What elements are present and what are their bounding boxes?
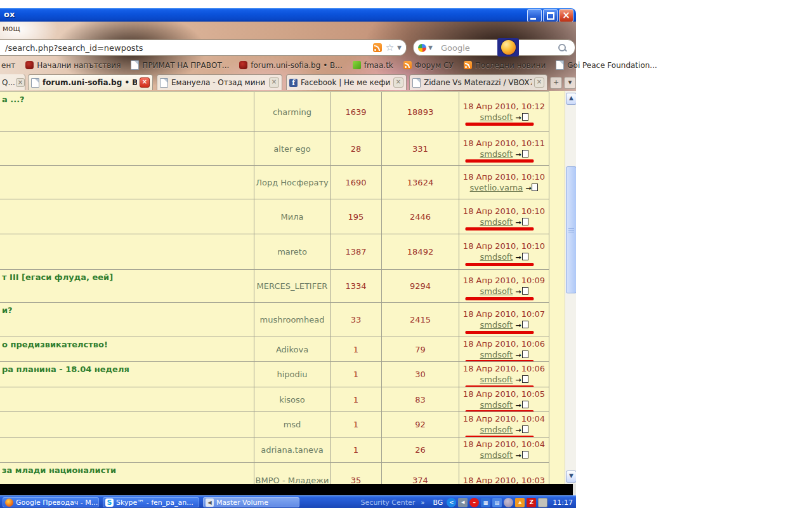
last-poster-link[interactable]: smdsoft (480, 400, 513, 410)
author-link[interactable]: Лорд Носферату (254, 166, 331, 199)
tab[interactable]: Zidane Vs Materazzi / VBOX7 × (409, 74, 547, 90)
scroll-down-icon[interactable]: ▼ (566, 471, 576, 483)
language-indicator[interactable]: BG (433, 498, 443, 507)
taskbar-button[interactable]: S Skype™ - fen_pa_an... (103, 497, 199, 507)
topic-title-link[interactable] (0, 387, 254, 411)
url-text[interactable]: /search.php?search_id=newposts (0, 43, 373, 53)
url-bar[interactable]: /search.php?search_id=newposts ☆ ▼ (0, 39, 407, 56)
author-link[interactable]: mareto (254, 234, 331, 269)
goto-post-page-icon[interactable] (522, 351, 528, 358)
tray-chevron-icon[interactable]: » (421, 499, 424, 506)
java-icon[interactable] (515, 498, 525, 507)
tray-volume-icon[interactable] (458, 498, 468, 507)
bookmark-item[interactable]: forum.uni-sofia.bg • В... (239, 61, 342, 70)
topic-title-link[interactable]: за млади националисти (0, 463, 254, 484)
goto-post-arrow-icon[interactable]: → (515, 114, 521, 122)
lan-icon[interactable] (492, 498, 502, 507)
goto-post-page-icon[interactable] (522, 150, 528, 157)
tab[interactable]: forum.uni-sofia.bg • Виж... × (28, 74, 153, 90)
goto-post-page-icon[interactable] (522, 287, 528, 295)
goto-post-arrow-icon[interactable]: → (515, 426, 521, 434)
vertical-scrollbar[interactable]: ▲ ▼ (565, 91, 576, 484)
goto-post-page-icon[interactable] (532, 184, 538, 191)
bookmark-item[interactable]: fmaa.tk (353, 61, 393, 70)
close-button[interactable] (559, 9, 573, 22)
goto-post-arrow-icon[interactable]: → (515, 351, 521, 359)
goto-post-page-icon[interactable] (522, 401, 528, 408)
topic-title-link[interactable]: а ...? (0, 92, 254, 131)
new-tab-button[interactable]: + (550, 77, 562, 89)
goto-post-page-icon[interactable] (522, 218, 528, 225)
bookmark-fragment[interactable]: ент (1, 61, 15, 70)
author-link[interactable]: mushroomhead (254, 303, 331, 337)
bookmark-item[interactable]: Начални напътствия (25, 61, 121, 70)
rss-icon[interactable] (373, 43, 382, 52)
author-link[interactable]: alter ego (254, 132, 331, 165)
tab-partial[interactable]: Q... × (0, 74, 25, 90)
tab[interactable]: Емануела - Отзад мини ( оф... × (157, 74, 282, 90)
tab-close-icon[interactable]: × (534, 77, 544, 88)
topic-title-link[interactable]: о предизвикателство! (0, 337, 254, 361)
topic-title-link[interactable] (0, 234, 254, 269)
last-poster-link[interactable]: smdsoft (480, 286, 513, 296)
zonealarm-icon[interactable] (527, 498, 536, 507)
last-poster-link[interactable]: smdsoft (480, 252, 513, 262)
topic-title-link[interactable] (0, 166, 254, 199)
taskbar-button[interactable]: Google Преводач - M... (3, 497, 99, 507)
author-link[interactable]: Adikova (254, 337, 331, 361)
author-link[interactable]: msd (254, 412, 331, 437)
author-link[interactable]: hipodiu (254, 362, 331, 387)
topic-title-link[interactable] (0, 438, 254, 462)
bookmark-item[interactable]: Форум СУ (403, 61, 454, 70)
list-tabs-icon[interactable]: ▾ (564, 77, 576, 89)
topic-title-link[interactable] (0, 412, 254, 437)
goto-post-arrow-icon[interactable]: → (515, 253, 521, 262)
last-poster-link[interactable]: smdsoft (480, 425, 513, 434)
author-link[interactable]: charming (254, 92, 331, 131)
tray-generic-icon[interactable] (538, 498, 547, 507)
goto-post-arrow-icon[interactable]: → (515, 451, 521, 460)
scroll-up-icon[interactable]: ▲ (566, 93, 576, 105)
author-link[interactable]: kisoso (254, 387, 331, 411)
window-titlebar[interactable]: ox (0, 8, 576, 22)
blocked-icon[interactable] (469, 498, 479, 507)
last-poster-link[interactable]: smdsoft (480, 149, 513, 159)
goto-post-arrow-icon[interactable]: → (515, 376, 521, 384)
goto-post-page-icon[interactable] (522, 113, 528, 121)
topic-title-link[interactable] (0, 132, 254, 165)
author-link[interactable]: adriana.taneva (254, 438, 331, 462)
search-engine-dropdown-icon[interactable]: ▼ (428, 44, 433, 51)
author-link[interactable]: MERCES_LETIFER (254, 270, 331, 302)
author-link[interactable]: ВМРО - Младежи (254, 463, 331, 484)
bookmark-item[interactable]: ПРИМАТ НА ПРАВОТ... (131, 60, 229, 70)
search-icon[interactable] (558, 44, 566, 51)
bookmarks-overflow-icon[interactable]: » (569, 61, 573, 70)
goto-post-arrow-icon[interactable]: → (515, 218, 521, 227)
topic-title-link[interactable]: и? (0, 303, 254, 337)
media-icon[interactable] (504, 498, 513, 507)
tab-close-icon[interactable]: × (140, 77, 150, 88)
search-bar[interactable]: ▼ Google (413, 39, 575, 56)
topic-title-link[interactable] (0, 199, 254, 234)
last-poster-link[interactable]: svetlio.varna (470, 183, 523, 192)
goto-post-page-icon[interactable] (522, 253, 528, 260)
restore-button[interactable] (543, 9, 558, 22)
topic-title-link[interactable]: ра планина - 18.04 неделя (0, 362, 254, 387)
last-poster-link[interactable]: smdsoft (480, 375, 513, 384)
goto-post-arrow-icon[interactable]: → (515, 150, 521, 159)
network-icon[interactable] (481, 498, 490, 507)
tab-close-icon[interactable]: × (16, 78, 25, 87)
topic-title-link[interactable]: т III [егаси флуда, еей] (0, 270, 254, 302)
goto-post-arrow-icon[interactable]: → (515, 288, 521, 296)
author-link[interactable]: Мила (254, 199, 331, 234)
messenger-icon[interactable] (447, 498, 456, 507)
goto-post-arrow-icon[interactable]: → (515, 321, 521, 330)
goto-post-arrow-icon[interactable]: → (515, 401, 521, 410)
goto-post-page-icon[interactable] (522, 375, 528, 383)
last-poster-link[interactable]: smdsoft (480, 112, 513, 122)
goto-post-arrow-icon[interactable]: → (525, 184, 531, 192)
last-poster-link[interactable]: smdsoft (480, 450, 513, 460)
goto-post-page-icon[interactable] (522, 321, 528, 328)
bookmark-item[interactable]: Последни новини (464, 61, 546, 70)
last-poster-link[interactable]: smdsoft (480, 217, 513, 227)
